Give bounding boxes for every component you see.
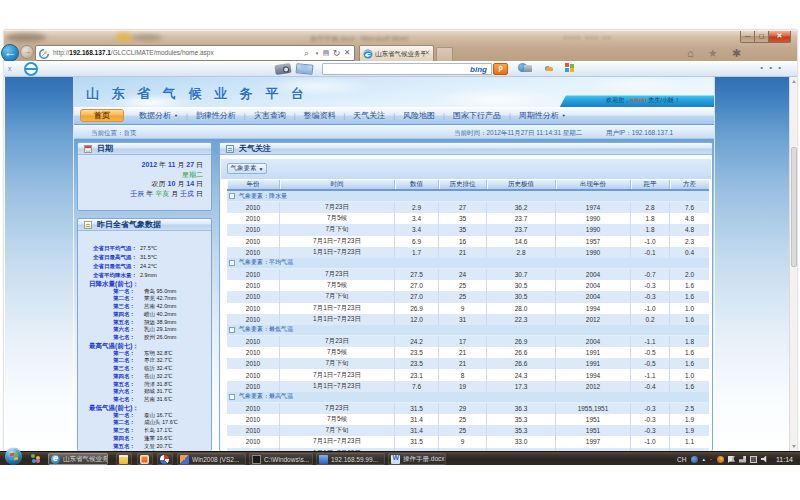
table-cell: 7月1日~7月23日 bbox=[280, 236, 395, 247]
table-row[interactable]: 20107月下旬23.52126.61991-0.51.6 bbox=[227, 358, 709, 369]
taskbar-ie-button[interactable]: 山东省气候业务平台 bbox=[48, 453, 108, 465]
favorites-star-icon[interactable]: ★ bbox=[708, 47, 718, 60]
mail-envelope-icon[interactable] bbox=[296, 63, 314, 75]
tools-gear-icon[interactable]: ✱ bbox=[732, 47, 741, 60]
network-icon[interactable] bbox=[739, 456, 746, 463]
table-row[interactable]: 20101月1日~7月23日7.61917.32012-0.41.6 bbox=[227, 381, 709, 392]
taskbar-window-button[interactable]: 192.168.59.99... bbox=[316, 453, 385, 465]
table-row[interactable]: 20107月5候23.52126.61991-0.51.6 bbox=[227, 347, 709, 358]
rank-line: 第七名：胶州 26.0mm bbox=[78, 334, 176, 341]
table-cell: 0.4 bbox=[670, 247, 709, 258]
table-row[interactable]: 20107月23日24.21726.92004-1.11.8 bbox=[227, 336, 709, 347]
toolbar-screenshot-icon[interactable] bbox=[518, 63, 532, 74]
collapse-icon[interactable] bbox=[229, 260, 235, 266]
stop-icon[interactable]: ✕ bbox=[342, 46, 352, 60]
content-area: 日期 2012 年 11 月 27 日星期二农历 10 月 14 日壬辰 年 辛… bbox=[74, 139, 714, 451]
table-row[interactable]: 20107月23日2.92736.219742.87.6 bbox=[227, 202, 709, 213]
nav-item-5[interactable]: 天气关注 bbox=[353, 111, 385, 120]
table-row[interactable]: 20107月1日~7月23日31.5933.01997-1.01.1 bbox=[227, 436, 709, 447]
nav-item-6[interactable]: 风险地图 bbox=[403, 111, 435, 120]
table-row[interactable]: 20107月下旬31.42535.31951-0.31.9 bbox=[227, 425, 709, 436]
taskbar-explorer-button[interactable] bbox=[116, 453, 132, 465]
address-bar[interactable]: http://192.168.137.1/GLCCLIMATE/modules/… bbox=[35, 45, 355, 61]
bing-search-box[interactable]: bing bbox=[322, 63, 492, 75]
taskbar-app1-button[interactable] bbox=[137, 453, 153, 465]
table-row[interactable]: 20107月1日~7月23日26.9928.01994-1.01.0 bbox=[227, 303, 709, 314]
stat-value: 31.5℃ bbox=[140, 254, 157, 260]
table-row[interactable]: 20107月23日31.52936.31955,1951-0.32.5 bbox=[227, 403, 709, 414]
compatibility-icon[interactable]: ▤ bbox=[321, 46, 331, 60]
browser-tab[interactable]: 山东省气候业务平... ✕ bbox=[359, 45, 434, 62]
group-header-row[interactable]: 气象要素：最高气温 bbox=[227, 392, 709, 403]
maximize-button[interactable]: ▢ bbox=[754, 31, 768, 43]
collapse-icon[interactable] bbox=[229, 327, 235, 333]
table-row[interactable]: 20107月5候31.42535.31951-0.31.9 bbox=[227, 414, 709, 425]
minimize-button[interactable]: — bbox=[740, 31, 754, 43]
start-button[interactable] bbox=[5, 448, 22, 465]
nav-item-home[interactable]: 首页 bbox=[80, 109, 124, 122]
scroll-down-icon[interactable] bbox=[792, 445, 796, 448]
nav-item-8[interactable]: 周期性分析▼ bbox=[519, 111, 566, 120]
camera-icon[interactable] bbox=[274, 63, 291, 75]
toolbar-logo-icon[interactable] bbox=[24, 62, 38, 76]
action-center-flag-icon[interactable] bbox=[728, 456, 735, 463]
element-dropdown-button[interactable]: 气象要素▼ bbox=[227, 163, 267, 174]
forward-button[interactable]: → bbox=[20, 45, 34, 59]
back-button[interactable]: ← bbox=[1, 44, 19, 62]
tray-msn-icon[interactable] bbox=[691, 456, 698, 463]
table-row[interactable]: 20107月5候27.02530.52004-0.31.6 bbox=[227, 280, 709, 291]
quick-launch-icon[interactable] bbox=[30, 454, 42, 465]
table-cell: 2.3 bbox=[670, 236, 709, 247]
table-cell: 2010 bbox=[227, 358, 280, 369]
toolbar-close-icon[interactable]: x bbox=[8, 65, 12, 72]
table-row[interactable]: 20107月1日~7月23日23.1824.31994-1.11.0 bbox=[227, 369, 709, 380]
search-dropdown-icon[interactable]: ▾ bbox=[313, 46, 321, 60]
bing-search-button[interactable] bbox=[493, 63, 508, 75]
nav-item-4[interactable]: 整编资料 bbox=[303, 111, 335, 120]
toolbar-person-icon[interactable] bbox=[545, 63, 553, 73]
table-row[interactable]: 20107月23日27.52430.72004-0.72.0 bbox=[227, 269, 709, 280]
close-button[interactable]: ✕ bbox=[768, 31, 791, 43]
table-cell: 1.6 bbox=[670, 347, 709, 358]
url-text[interactable]: http://192.168.137.1/GLCCLIMATE/modules/… bbox=[53, 46, 214, 60]
group-header-row[interactable]: 气象要素：平均气温 bbox=[227, 258, 709, 269]
group-header-row[interactable]: 气象要素：最低气温 bbox=[227, 325, 709, 336]
tray-clock[interactable]: 11:14 bbox=[776, 456, 793, 463]
table-row[interactable]: 20101月1日~7月23日1.7212.81990-0.10.4 bbox=[227, 247, 709, 258]
collapse-icon[interactable] bbox=[229, 193, 235, 199]
taskbar-window-button[interactable]: W操作手册.docx ... bbox=[388, 453, 446, 465]
volume-icon[interactable] bbox=[761, 456, 768, 463]
search-icon[interactable]: ⌕ bbox=[300, 46, 313, 60]
table-row[interactable]: 20107月5候3.43523.719901.84.8 bbox=[227, 213, 709, 224]
display-icon[interactable] bbox=[750, 456, 757, 463]
taskbar-window-button[interactable]: C:\Windows\s... bbox=[249, 453, 313, 465]
scroll-up-icon[interactable] bbox=[792, 80, 796, 83]
main-nav: 首页 数据分析▼|韵律性分析|灾害查询|整编资料|天气关注|风险地图|国家下行产… bbox=[74, 107, 714, 125]
ganzhi-date: 壬辰 年 辛亥 月 壬戌 日 bbox=[130, 189, 203, 199]
language-indicator[interactable]: CH bbox=[677, 456, 686, 463]
home-icon[interactable]: ⌂ bbox=[687, 47, 694, 60]
tray-expand-icon[interactable]: ▴ bbox=[702, 456, 705, 462]
table-row[interactable]: 20101月1日~7月23日12.03122.320120.21.6 bbox=[227, 314, 709, 325]
tray-security-icon[interactable] bbox=[717, 456, 724, 463]
toolbar-apps-icon[interactable] bbox=[565, 63, 574, 72]
table-row[interactable]: 20107月1日~7月23日6.91614.61957-1.02.3 bbox=[227, 236, 709, 247]
table-row[interactable]: 20107月下旬3.43523.719901.84.8 bbox=[227, 224, 709, 235]
table-cell: 21 bbox=[439, 347, 487, 358]
refresh-icon[interactable]: ↻ bbox=[331, 46, 342, 60]
collapse-icon[interactable] bbox=[229, 394, 235, 400]
nav-item-3[interactable]: 灾害查询 bbox=[254, 111, 286, 120]
nav-separator: | bbox=[443, 112, 445, 119]
nav-item-7[interactable]: 国家下行产品 bbox=[453, 111, 501, 120]
tab-close-icon[interactable]: ✕ bbox=[424, 49, 430, 57]
taskbar-app2-button[interactable] bbox=[157, 453, 173, 465]
table-cell: -0.3 bbox=[631, 414, 670, 425]
scrollbar[interactable] bbox=[789, 77, 797, 451]
table-row[interactable]: 20107月下旬27.02530.52004-0.31.6 bbox=[227, 291, 709, 302]
group-header-row[interactable]: 气象要素：降水量 bbox=[227, 191, 709, 202]
nav-item-1[interactable]: 数据分析▼ bbox=[139, 111, 178, 120]
toolbar-more-icon[interactable]: • • • bbox=[760, 63, 783, 72]
scrollbar-thumb[interactable] bbox=[791, 147, 797, 267]
nav-item-2[interactable]: 韵律性分析 bbox=[196, 111, 236, 120]
taskbar-window-button[interactable]: Win2008 (VS2... bbox=[177, 453, 246, 465]
